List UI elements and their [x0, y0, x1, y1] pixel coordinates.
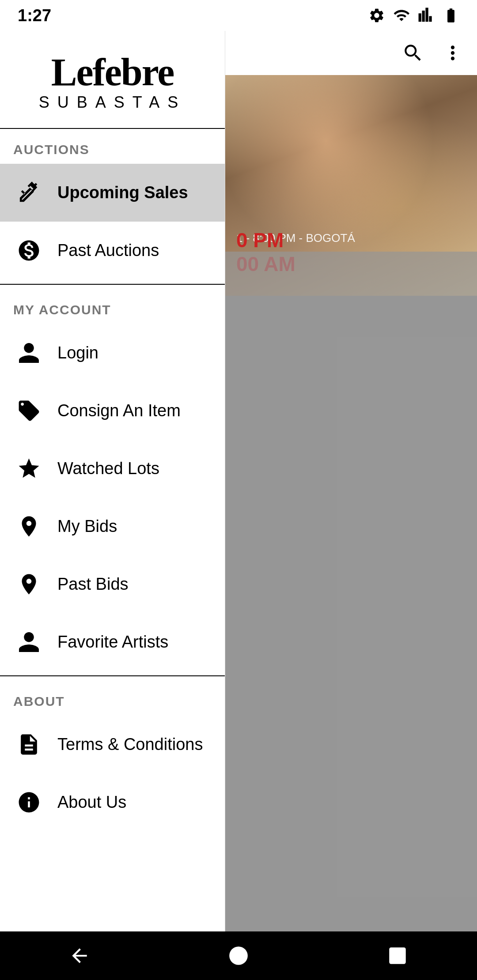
svg-point-0 — [229, 946, 248, 965]
coin-icon — [13, 235, 44, 266]
divider-1 — [0, 284, 225, 285]
tag-icon — [13, 395, 44, 426]
logo-area: Lefebre SUBASTAS — [0, 31, 225, 129]
info-icon — [13, 787, 44, 818]
menu-item-upcoming-sales[interactable]: Upcoming Sales — [0, 164, 225, 222]
section-about-header: ABOUT — [0, 681, 225, 716]
menu-item-about-us[interactable]: About Us — [0, 773, 225, 831]
menu-item-favorite-artists[interactable]: Favorite Artists — [0, 613, 225, 671]
logo-text: Lefebre SUBASTAS — [39, 53, 186, 110]
my-bids-label: My Bids — [57, 517, 117, 536]
watched-lots-label: Watched Lots — [57, 459, 159, 478]
battery-icon — [443, 7, 459, 24]
menu-item-terms[interactable]: Terms & Conditions — [0, 716, 225, 773]
nav-recents-button[interactable] — [380, 938, 415, 973]
bg-header — [225, 31, 477, 75]
status-icons — [368, 7, 459, 24]
bid-icon — [13, 511, 44, 542]
status-time: 1:27 — [18, 6, 51, 25]
upcoming-sales-label: Upcoming Sales — [57, 183, 188, 202]
bg-search-icon — [402, 42, 424, 64]
artist-icon — [13, 626, 44, 657]
section-myaccount-header: MY ACCOUNT — [0, 289, 225, 324]
drawer: Lefebre SUBASTAS AUCTIONS Upcoming Sales… — [0, 31, 225, 980]
menu-item-consign[interactable]: Consign An Item — [0, 382, 225, 440]
document-icon — [13, 729, 44, 760]
logo-sub-text: SUBASTAS — [39, 94, 186, 110]
overlay-dimmed — [225, 252, 477, 980]
terms-label: Terms & Conditions — [57, 735, 203, 754]
nav-home-button[interactable] — [221, 938, 256, 973]
location-icon — [13, 569, 44, 599]
about-us-label: About Us — [57, 793, 126, 812]
menu-item-past-auctions[interactable]: Past Auctions — [0, 222, 225, 279]
status-bar: 1:27 — [0, 0, 477, 31]
svg-rect-1 — [389, 947, 406, 964]
wifi-icon — [393, 7, 410, 24]
menu-item-past-bids[interactable]: Past Bids — [0, 555, 225, 613]
section-auctions-header: AUCTIONS — [0, 129, 225, 164]
bg-countdown-1: 0 PM — [236, 228, 295, 252]
nav-bar — [0, 931, 477, 980]
past-bids-label: Past Bids — [57, 575, 129, 594]
consign-label: Consign An Item — [57, 401, 181, 420]
divider-2 — [0, 675, 225, 676]
login-label: Login — [57, 343, 98, 362]
star-icon — [13, 453, 44, 484]
favorite-artists-label: Favorite Artists — [57, 633, 168, 652]
menu-item-watched-lots[interactable]: Watched Lots — [0, 440, 225, 498]
signal-icon — [418, 7, 435, 24]
gear-icon — [368, 7, 385, 24]
past-auctions-label: Past Auctions — [57, 241, 159, 260]
nav-back-button[interactable] — [62, 938, 97, 973]
gavel-icon — [13, 177, 44, 208]
menu-item-my-bids[interactable]: My Bids — [0, 498, 225, 555]
logo-main-text: Lefebre — [39, 53, 186, 92]
menu-item-login[interactable]: Login — [0, 324, 225, 382]
person-icon — [13, 337, 44, 368]
bg-more-icon — [442, 42, 464, 64]
